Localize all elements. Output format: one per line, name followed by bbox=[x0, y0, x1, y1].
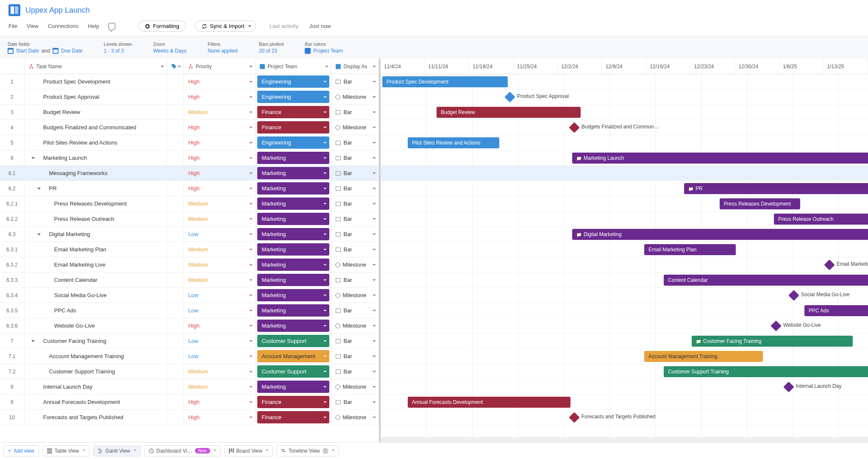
milestone-diamond[interactable] bbox=[504, 92, 515, 102]
tag-cell[interactable] bbox=[167, 410, 184, 425]
gantt-bar[interactable]: Digital Marketing bbox=[572, 229, 868, 240]
milestone-diamond[interactable] bbox=[569, 122, 579, 133]
display-cell[interactable]: Bar bbox=[331, 364, 379, 379]
gantt-bar[interactable]: Marketing Launch bbox=[572, 153, 868, 164]
display-cell[interactable]: Milestone bbox=[331, 89, 379, 104]
gantt-bar[interactable]: PPC Ads bbox=[804, 305, 868, 316]
add-view-button[interactable]: + Add view bbox=[3, 445, 39, 456]
task-name-cell[interactable]: Digital Marketing bbox=[25, 227, 167, 242]
team-cell[interactable]: Marketing bbox=[256, 257, 331, 272]
formatting-button[interactable]: Formatting bbox=[138, 20, 186, 32]
tag-cell[interactable] bbox=[167, 349, 184, 364]
view-tab[interactable]: Gantt View bbox=[93, 445, 141, 456]
task-name-cell[interactable]: Customer Facing Training bbox=[25, 334, 167, 348]
table-row[interactable]: 6.2.2 Press Release Outreach Medium Mark… bbox=[0, 211, 379, 227]
horizontal-scrollbar[interactable] bbox=[381, 437, 868, 442]
display-cell[interactable]: Bar bbox=[331, 74, 379, 89]
view-tab[interactable]: Table View bbox=[42, 445, 90, 456]
team-cell[interactable]: Marketing bbox=[256, 379, 331, 394]
tag-cell[interactable] bbox=[167, 74, 184, 89]
gantt-bar[interactable]: Budget Review bbox=[437, 107, 581, 118]
team-cell[interactable]: Finance bbox=[256, 410, 331, 425]
tag-cell[interactable] bbox=[167, 120, 184, 135]
task-name-cell[interactable]: Forecasts and Targets Published bbox=[25, 410, 167, 425]
gantt-bar[interactable]: Press Release Outreach bbox=[774, 214, 868, 225]
display-cell[interactable]: Bar bbox=[331, 105, 379, 120]
date-column-header[interactable]: 12/23/24 bbox=[691, 59, 735, 74]
menu-file[interactable]: File bbox=[8, 23, 17, 29]
milestone-diamond[interactable] bbox=[824, 259, 835, 270]
table-row[interactable]: 2 Product Spec Approval High Engineering… bbox=[0, 89, 379, 105]
display-cell[interactable]: Milestone bbox=[331, 318, 379, 333]
task-name-cell[interactable]: Marketing Launch bbox=[25, 150, 167, 165]
display-cell[interactable]: Milestone bbox=[331, 410, 379, 425]
tag-cell[interactable] bbox=[167, 89, 184, 104]
team-cell[interactable]: Marketing bbox=[256, 181, 331, 196]
tag-cell[interactable] bbox=[167, 196, 184, 211]
col-header-display[interactable]: Display As bbox=[331, 59, 379, 74]
task-name-cell[interactable]: Product Spec Development bbox=[25, 74, 167, 89]
display-cell[interactable]: Bar bbox=[331, 196, 379, 211]
task-name-cell[interactable]: Budgets Finalized and Communicated bbox=[25, 120, 167, 135]
display-cell[interactable]: Bar bbox=[331, 150, 379, 165]
gantt-bar[interactable]: Account Management Training bbox=[644, 351, 763, 362]
tag-cell[interactable] bbox=[167, 211, 184, 226]
priority-cell[interactable]: High bbox=[184, 135, 256, 150]
team-cell[interactable]: Engineering bbox=[256, 89, 331, 104]
display-cell[interactable]: Bar bbox=[331, 395, 379, 409]
display-cell[interactable]: Bar bbox=[331, 303, 379, 318]
tag-cell[interactable] bbox=[167, 105, 184, 120]
menu-connections[interactable]: Connections bbox=[48, 23, 78, 29]
table-row[interactable]: 6.3 Digital Marketing Low Marketing Bar bbox=[0, 227, 379, 242]
task-name-cell[interactable]: Product Spec Approval bbox=[25, 89, 167, 104]
chat-icon[interactable] bbox=[108, 23, 115, 30]
priority-cell[interactable]: Medium bbox=[184, 211, 256, 226]
team-cell[interactable]: Marketing bbox=[256, 318, 331, 333]
display-cell[interactable]: Bar bbox=[331, 349, 379, 364]
col-header-task[interactable]: Task Name bbox=[25, 59, 167, 74]
gantt-bar[interactable]: PR bbox=[684, 183, 868, 194]
tag-cell[interactable] bbox=[167, 135, 184, 150]
table-row[interactable]: 5 Pilot Sites Review and Actions High En… bbox=[0, 135, 379, 150]
priority-cell[interactable]: High bbox=[184, 410, 256, 425]
table-row[interactable]: 7.1 Account Management Training Low Acco… bbox=[0, 349, 379, 364]
table-row[interactable]: 8 Internal Launch Day Medium Marketing M… bbox=[0, 379, 379, 395]
table-row[interactable]: 7.2 Customer Support Training Medium Cus… bbox=[0, 364, 379, 379]
milestone-diamond[interactable] bbox=[771, 320, 781, 331]
task-name-cell[interactable]: Press Releases Development bbox=[25, 196, 167, 211]
table-row[interactable]: 6.2 PR High Marketing Bar bbox=[0, 181, 379, 196]
tag-cell[interactable] bbox=[167, 303, 184, 318]
tag-cell[interactable] bbox=[167, 288, 184, 303]
priority-cell[interactable]: High bbox=[184, 318, 256, 333]
team-cell[interactable]: Marketing bbox=[256, 273, 331, 287]
date-column-header[interactable]: 12/16/24 bbox=[646, 59, 691, 74]
milestone-diamond[interactable] bbox=[783, 381, 794, 392]
expand-caret-icon[interactable] bbox=[31, 340, 35, 344]
team-cell[interactable]: Marketing bbox=[256, 166, 331, 181]
display-cell[interactable]: Milestone bbox=[331, 120, 379, 135]
display-cell[interactable]: Milestone bbox=[331, 257, 379, 272]
priority-cell[interactable]: High bbox=[184, 120, 256, 135]
expand-caret-icon[interactable] bbox=[31, 157, 35, 161]
display-cell[interactable]: Bar bbox=[331, 227, 379, 242]
tag-cell[interactable] bbox=[167, 181, 184, 196]
priority-cell[interactable]: Low bbox=[184, 349, 256, 364]
table-row[interactable]: 6.3.1 Email Marketing Plan Medium Market… bbox=[0, 242, 379, 257]
date-column-header[interactable]: 1/13/25 bbox=[823, 59, 868, 74]
date-column-header[interactable]: 11/25/24 bbox=[514, 59, 558, 74]
task-name-cell[interactable]: Email Marketing Live bbox=[25, 257, 167, 272]
task-name-cell[interactable]: PPC Ads bbox=[25, 303, 167, 318]
priority-cell[interactable]: Medium bbox=[184, 242, 256, 257]
tag-cell[interactable] bbox=[167, 257, 184, 272]
task-name-cell[interactable]: Account Management Training bbox=[25, 349, 167, 364]
team-cell[interactable]: Customer Support bbox=[256, 364, 331, 379]
table-row[interactable]: 9 Annual Forecasts Development High Fina… bbox=[0, 395, 379, 410]
tag-cell[interactable] bbox=[167, 166, 184, 181]
milestone-diamond[interactable] bbox=[569, 412, 579, 423]
date-column-header[interactable]: 12/9/24 bbox=[602, 59, 647, 74]
team-cell[interactable]: Engineering bbox=[256, 74, 331, 89]
priority-cell[interactable]: High bbox=[184, 166, 256, 181]
sync-import-button[interactable]: Sync & Import bbox=[195, 20, 256, 32]
date-column-header[interactable]: 11/18/24 bbox=[469, 59, 514, 74]
tag-cell[interactable] bbox=[167, 273, 184, 287]
